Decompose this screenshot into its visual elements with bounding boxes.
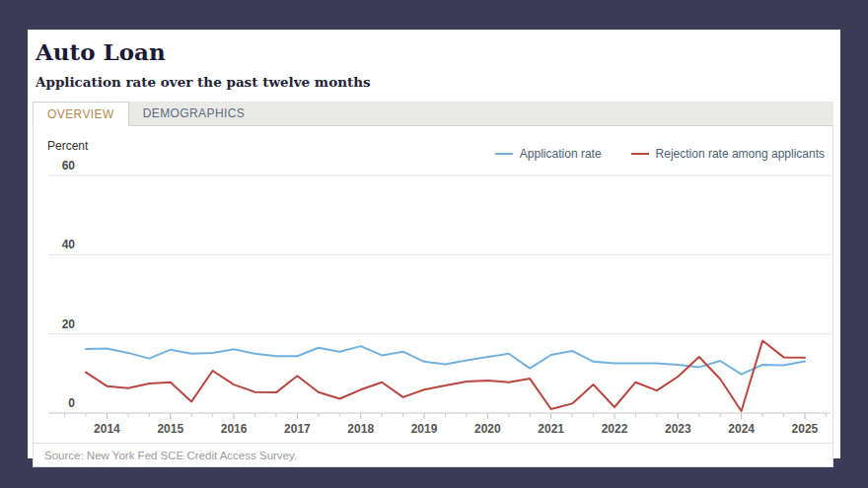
- x-year-label: 2024: [728, 422, 755, 436]
- legend-label: Rejection rate among applicants: [656, 147, 825, 161]
- source-text: Source: New York Fed SCE Credit Access S…: [44, 450, 297, 461]
- auto-loan-panel: Auto Loan Application rate over the past…: [28, 30, 840, 458]
- x-year-label: 2015: [157, 422, 183, 436]
- y-axis-unit-label: Percent: [47, 139, 88, 153]
- source-row: Source: New York Fed SCE Credit Access S…: [34, 443, 832, 466]
- y-tick-label: 20: [62, 317, 76, 331]
- plot-area[interactable]: 0204060201420152016201720182019202020212…: [34, 126, 832, 466]
- desktop-background: Auto Loan Application rate over the past…: [0, 0, 868, 488]
- page-title: Auto Loan: [36, 39, 832, 65]
- chart-container: Percent Application rate Rejection rate …: [33, 126, 833, 467]
- legend-label: Application rate: [520, 147, 602, 161]
- x-year-label: 2022: [602, 422, 628, 436]
- x-year-label: 2018: [347, 422, 374, 436]
- x-year-label: 2017: [284, 422, 311, 436]
- application-rate-swatch: [495, 153, 513, 155]
- x-year-label: 2016: [221, 422, 248, 436]
- legend-item-application-rate[interactable]: Application rate: [495, 147, 602, 161]
- x-year-label: 2021: [538, 422, 564, 436]
- rejection-rate-among-applicants-line: [86, 341, 805, 412]
- x-year-label: 2019: [411, 422, 438, 436]
- y-tick-label: 40: [62, 239, 76, 252]
- chart-legend: Application rate Rejection rate among ap…: [495, 147, 825, 161]
- y-tick-label: 60: [62, 159, 76, 173]
- legend-item-rejection-rate[interactable]: Rejection rate among applicants: [631, 147, 825, 161]
- rejection-rate-swatch: [631, 153, 649, 155]
- tab-demographics[interactable]: DEMOGRAPHICS: [129, 102, 258, 125]
- x-year-label: 2020: [474, 422, 501, 436]
- line-chart-svg: 0204060201420152016201720182019202020212…: [34, 126, 832, 465]
- x-year-label: 2014: [94, 422, 120, 436]
- tab-overview[interactable]: OVERVIEW: [33, 102, 129, 126]
- x-year-label: 2025: [792, 422, 819, 436]
- x-year-label: 2023: [665, 422, 691, 436]
- tab-bar: OVERVIEW DEMOGRAPHICS: [33, 102, 833, 126]
- page-subtitle: Application rate over the past twelve mo…: [36, 74, 832, 90]
- y-tick-label: 0: [68, 396, 75, 410]
